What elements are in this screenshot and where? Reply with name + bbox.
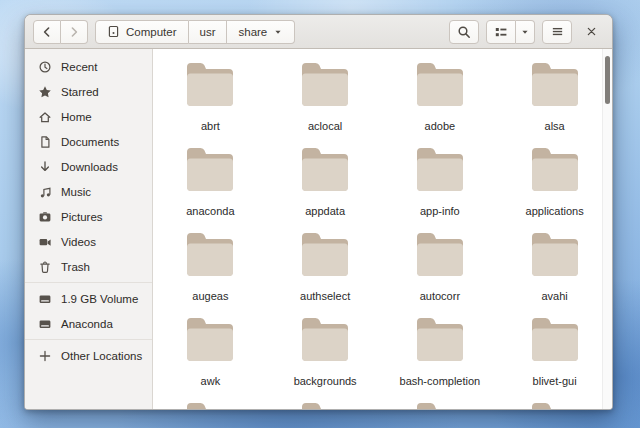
view-options-dropdown[interactable] <box>516 20 535 44</box>
home-icon <box>38 110 52 124</box>
folder-icon <box>299 61 351 107</box>
folder-item[interactable]: augeas <box>153 231 268 316</box>
chevron-left-icon <box>40 25 54 39</box>
sidebar-item-label: Music <box>61 186 91 198</box>
sidebar-item-starred[interactable]: Starred <box>25 79 152 104</box>
folder-icon <box>529 401 581 409</box>
sidebar-item-anaconda[interactable]: Anaconda <box>25 311 152 336</box>
sidebar-item-music[interactable]: Music <box>25 179 152 204</box>
sidebar-item-videos[interactable]: Videos <box>25 229 152 254</box>
folder-label: augeas <box>192 290 228 302</box>
scrollbar-track[interactable] <box>602 49 612 409</box>
search-icon <box>457 25 471 39</box>
scrollbar-thumb[interactable] <box>605 56 610 104</box>
folder-label: adobe <box>425 120 456 132</box>
sidebar-item-trash[interactable]: Trash <box>25 254 152 279</box>
folder-label: authselect <box>300 290 350 302</box>
folder-label: blivet-gui <box>533 375 577 387</box>
headerbar: Computer usr share <box>25 15 612 49</box>
folder-item[interactable]: aclocal <box>268 61 383 146</box>
folder-icon <box>529 231 581 277</box>
folder-icon <box>414 316 466 362</box>
folder-icon <box>184 61 236 107</box>
sidebar-item-recent[interactable]: Recent <box>25 54 152 79</box>
view-toggle-button[interactable] <box>486 20 516 44</box>
folder-item[interactable]: applications <box>497 146 612 231</box>
folder-icon <box>184 231 236 277</box>
folder-item[interactable]: bash-completion <box>383 316 498 401</box>
folder-label: bash-completion <box>400 375 481 387</box>
folder-label: app-info <box>420 205 460 217</box>
folder-item[interactable]: anaconda <box>153 146 268 231</box>
folder-icon <box>184 316 236 362</box>
folder-item[interactable]: autocorr <box>383 231 498 316</box>
back-button[interactable] <box>33 20 61 44</box>
folder-item[interactable]: appdata <box>268 146 383 231</box>
window-body: Recent Starred Home <box>25 49 612 409</box>
folder-item[interactable]: avahi <box>497 231 612 316</box>
folder-icon <box>414 401 466 409</box>
folder-label: anaconda <box>186 205 234 217</box>
menu-button[interactable] <box>542 20 572 44</box>
sidebar-item-label: Other Locations <box>61 350 142 362</box>
folder-item-partial[interactable] <box>383 401 498 409</box>
view-button-group <box>486 20 535 44</box>
sidebar-item-label: Home <box>61 111 92 123</box>
folder-item[interactable]: authselect <box>268 231 383 316</box>
folder-icon <box>184 146 236 192</box>
folder-icon <box>414 146 466 192</box>
folder-label: avahi <box>541 290 567 302</box>
chevron-down-icon <box>520 27 530 37</box>
folder-label: aclocal <box>308 120 342 132</box>
folder-item[interactable]: blivet-gui <box>497 316 612 401</box>
search-button[interactable] <box>449 20 479 44</box>
folder-item[interactable]: abrt <box>153 61 268 146</box>
chevron-down-icon <box>273 27 283 37</box>
folder-item-partial[interactable] <box>153 401 268 409</box>
hamburger-menu-icon <box>551 25 564 38</box>
breadcrumb-computer[interactable]: Computer <box>95 20 189 44</box>
breadcrumb-share[interactable]: share <box>227 20 295 44</box>
sidebar-item-pictures[interactable]: Pictures <box>25 204 152 229</box>
sidebar-item-label: Recent <box>61 61 97 73</box>
close-window-button[interactable] <box>579 20 604 44</box>
desktop-wallpaper: Computer usr share <box>0 0 640 428</box>
file-view: abrt aclocal adobe alsa <box>153 49 612 409</box>
sidebar-item-label: Downloads <box>61 161 118 173</box>
folder-icon <box>414 61 466 107</box>
places-sidebar: Recent Starred Home <box>25 49 153 409</box>
sidebar-item-label: Documents <box>61 136 119 148</box>
folder-item[interactable]: adobe <box>383 61 498 146</box>
sidebar-item-documents[interactable]: Documents <box>25 129 152 154</box>
folder-item-partial[interactable] <box>497 401 612 409</box>
folder-icon <box>184 401 236 409</box>
sidebar-item-other-locations[interactable]: Other Locations <box>25 343 152 368</box>
plus-icon <box>38 349 52 363</box>
folder-item[interactable]: alsa <box>497 61 612 146</box>
breadcrumb-usr[interactable]: usr <box>189 20 228 44</box>
sidebar-separator <box>25 339 152 340</box>
folder-label: awk <box>201 375 221 387</box>
download-arrow-icon <box>38 160 52 174</box>
sidebar-item-home[interactable]: Home <box>25 104 152 129</box>
folder-item[interactable]: backgrounds <box>268 316 383 401</box>
sidebar-item-volume[interactable]: 1.9 GB Volume <box>25 286 152 311</box>
camera-icon <box>38 210 52 224</box>
sidebar-item-label: Videos <box>61 236 96 248</box>
folder-item-partial[interactable] <box>268 401 383 409</box>
close-icon <box>585 25 598 38</box>
clock-icon <box>38 60 52 74</box>
folder-item[interactable]: app-info <box>383 146 498 231</box>
trash-icon <box>38 260 52 274</box>
computer-icon <box>107 25 120 38</box>
sidebar-item-label: Pictures <box>61 211 103 223</box>
chevron-right-icon <box>67 25 81 39</box>
document-icon <box>38 135 52 149</box>
folder-item[interactable]: awk <box>153 316 268 401</box>
forward-button[interactable] <box>61 20 88 44</box>
sidebar-item-downloads[interactable]: Downloads <box>25 154 152 179</box>
folder-icon <box>529 61 581 107</box>
file-manager-window: Computer usr share <box>24 14 613 410</box>
nav-button-group <box>33 20 88 44</box>
folder-icon <box>529 316 581 362</box>
